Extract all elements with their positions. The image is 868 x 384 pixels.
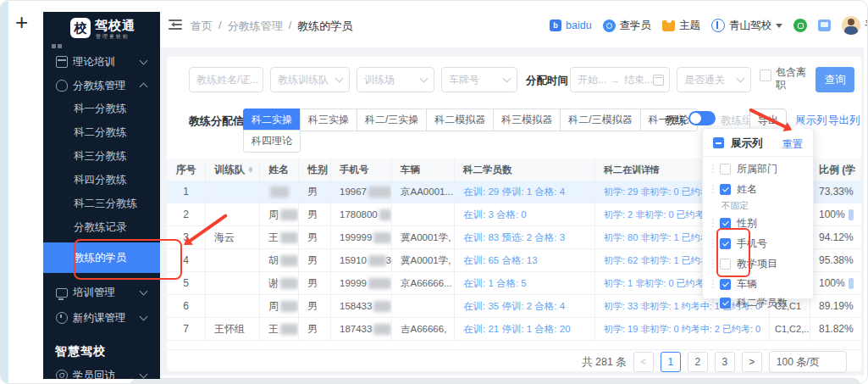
sidebar-item-coach-management[interactable]: 分教练管理 (43, 73, 160, 98)
sort-icon[interactable] (248, 164, 253, 175)
group-label-unfixed: 不固定 (721, 200, 749, 212)
section-title-smart-school: 智慧驾校 (55, 344, 106, 359)
next-page-button[interactable]: > (742, 352, 762, 372)
export-columns-link[interactable]: 导出列 (828, 114, 860, 128)
cell-gender: 男 (299, 295, 331, 317)
cell-ke2-student-counts[interactable]: 在训: 35 停训: 2 合格: 4 (455, 295, 595, 317)
green-shield-icon[interactable] (793, 19, 807, 32)
drag-handle-icon[interactable]: ⋮ (708, 278, 715, 290)
collapse-sidebar-icon[interactable] (169, 19, 182, 30)
sidebar-item-ke2-coach[interactable]: 科二分教练 (43, 120, 160, 144)
tab-ke3-practice[interactable]: 科三实操 (300, 109, 357, 131)
team-select[interactable]: 教练训练队 (270, 67, 350, 92)
plate-select[interactable]: 车牌号 (441, 67, 517, 92)
cell-ke2-student-counts[interactable]: 在训: 65 合格: 13 (455, 249, 595, 271)
sidebar-item-ke23-coach[interactable]: 科二三分教练 (43, 192, 160, 215)
clipped-badge (849, 278, 854, 289)
cell-ke2-student-counts[interactable]: 在训: 29 停训: 1 合格: 4 (455, 181, 595, 203)
chevron-down-icon (737, 75, 745, 83)
column-option-vehicle[interactable]: ⋮ 车辆 (703, 275, 813, 293)
cell-ke2-student-counts[interactable]: 在训: 1 合格: 5 (455, 272, 595, 294)
sidebar-item-student-visit[interactable]: 学员回访 (43, 363, 160, 379)
calendar-icon (653, 75, 664, 86)
page-button-1[interactable]: 1 (661, 352, 681, 372)
sidebar-item-training-management[interactable]: 培训管理 (43, 280, 160, 305)
include-resigned-checkbox[interactable] (760, 70, 771, 81)
cell-ke2-student-counts[interactable]: 在训: 83 预选: 2 合格: 3 (455, 226, 595, 248)
tab-ke23-practice[interactable]: 科二/三实操 (357, 109, 427, 131)
breadcrumb-coach-mgmt[interactable]: 分教练管理 (228, 19, 283, 34)
date-start-placeholder: 开始... (578, 73, 606, 87)
cell-ke2-student-counts[interactable]: 在训: 21 停训: 1 合格: 20 (455, 318, 595, 340)
tab-ke2-simulator[interactable]: 科二模拟器 (426, 109, 494, 131)
header-vehicle: 车辆 (392, 159, 455, 181)
select-all-checkbox[interactable] (713, 137, 724, 148)
breadcrumb-home[interactable]: 首页 (191, 19, 213, 34)
cell-name (260, 181, 299, 203)
column-option-name[interactable]: ⋮ 姓名 (703, 180, 813, 198)
cell-team: 王怀组 (206, 318, 260, 340)
monitor-screen-icon[interactable] (818, 19, 831, 31)
column-option-department[interactable]: ⋮ 所属部门 (703, 159, 813, 178)
tab-ke2-practice[interactable]: 科二实操 (243, 109, 301, 131)
chevron-down-icon (140, 287, 148, 296)
cell-car-types: C1,C2,... (770, 318, 810, 340)
sidebar-item-theory-training[interactable]: 理论培训 (43, 49, 160, 75)
date-range-picker[interactable]: 开始... → 结束... (570, 67, 670, 92)
column-option-phone[interactable]: ⋮ 手机号 (703, 234, 813, 253)
reset-link[interactable]: 重置 (782, 137, 803, 152)
cell-ratio: 89.19% (810, 295, 861, 317)
sidebar-item-label: 学员回访 (73, 369, 115, 380)
left-edge-strip (1, 1, 8, 384)
sidebar-item-ke3-coach[interactable]: 科三分教练 (43, 144, 160, 168)
prev-page-button[interactable]: < (633, 352, 654, 372)
checkbox[interactable] (720, 298, 731, 309)
tab-ke3-simulator[interactable]: 科三模拟器 (493, 109, 561, 131)
page-button-3[interactable]: 3 (715, 352, 735, 372)
drag-handle-icon[interactable]: ⋮ (708, 237, 715, 249)
search-button[interactable]: 查询 (815, 67, 854, 92)
drag-handle-icon[interactable]: ⋮ (708, 258, 715, 270)
cell-ke2-student-counts[interactable]: 在训: 3 合格: 0 (455, 203, 595, 225)
theme-shirt-icon (662, 20, 675, 31)
column-option-ke2-count[interactable]: ⋮ 科二学员数 (703, 293, 813, 312)
cell-ke2-training-detail[interactable]: 初学: 19 非初学: 0 约考中: 2 已约考: 0 (595, 318, 770, 340)
page-button-2[interactable]: 2 (688, 352, 708, 372)
checkbox[interactable] (720, 259, 731, 270)
checkbox[interactable] (720, 218, 731, 229)
pass-status-select[interactable]: 是否通关 (677, 67, 751, 92)
checkbox[interactable] (720, 279, 731, 290)
school-selector[interactable]: 青山驾校 (711, 19, 782, 33)
training-field-select[interactable]: 训练场 (357, 67, 434, 92)
cell-index: 4 (167, 249, 206, 271)
coach-group-switch[interactable] (688, 111, 716, 125)
drag-handle-icon[interactable]: ⋮ (708, 163, 715, 175)
drag-handle-icon[interactable]: ⋮ (708, 183, 715, 195)
checkbox[interactable] (720, 164, 731, 175)
drag-handle-icon[interactable]: ⋮ (708, 217, 715, 229)
coach-name-input[interactable]: 教练姓名/证... (189, 67, 263, 92)
search-student-button[interactable]: 查学员 (603, 19, 652, 33)
drag-handle-icon[interactable]: ⋮ (708, 297, 715, 309)
theme-button[interactable]: 主题 (662, 19, 700, 33)
sidebar-item-ke1-coach[interactable]: 科一分教练 (43, 97, 160, 120)
date-arrow: → (611, 75, 620, 85)
tab-ke4-theory[interactable]: 科四理论 (243, 130, 301, 153)
sidebar-item-coach-records[interactable]: 分教练记录 (43, 215, 160, 239)
header-team[interactable]: 训练队 (206, 159, 260, 181)
sidebar-item-ke4-coach[interactable]: 科四分教练 (43, 168, 160, 192)
chevron-down-icon (335, 75, 344, 83)
page-size-select[interactable]: 100 条/页 (769, 351, 847, 373)
baidu-link[interactable]: b baidu (550, 19, 592, 31)
column-option-teaching-project[interactable]: ⋮ 教学项目 (703, 254, 813, 273)
next-section-edge (130, 378, 860, 384)
checkbox[interactable] (720, 184, 731, 195)
column-option-gender[interactable]: ⋮ 性别 (703, 214, 813, 232)
checkbox[interactable] (720, 238, 731, 249)
sidebar-item-coach-students[interactable]: 教练的学员 (43, 242, 160, 273)
user-menu[interactable]: 平海云 (842, 16, 868, 35)
pass-status-placeholder: 是否通关 (684, 73, 725, 87)
cell-name: 王 (260, 226, 299, 248)
sidebar-item-booking-management[interactable]: 新约课管理 (43, 305, 160, 331)
tab-ke23-simulator[interactable]: 科二/三模拟器 (560, 109, 640, 131)
